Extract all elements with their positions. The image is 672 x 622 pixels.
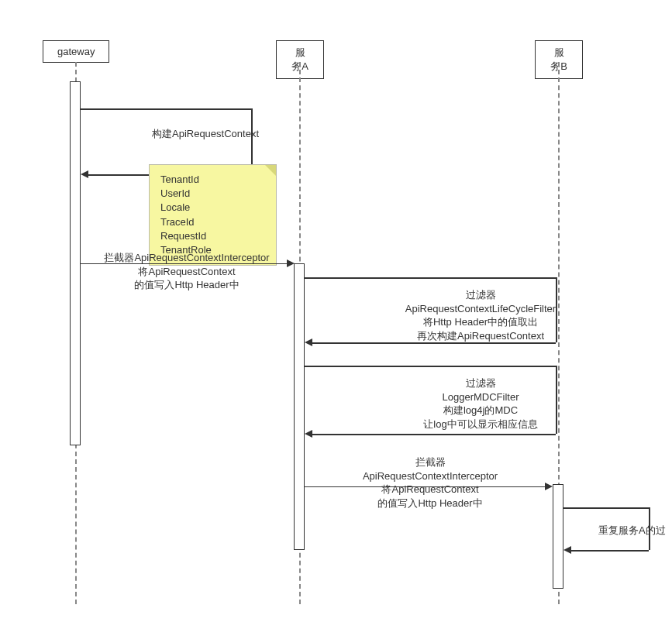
m6-seg-bottom (571, 550, 649, 552)
m2-label: 拦截器ApiRequestContextInterceptor 将ApiRequ… (90, 251, 284, 292)
note-line-4: TraceId (160, 215, 265, 229)
note-line-1: TenantId (160, 173, 265, 187)
m1-label: 构建ApiRequestContext (124, 127, 287, 141)
activation-gateway (70, 81, 81, 445)
m2-arrow (287, 259, 295, 267)
note-line-3: Locale (160, 201, 265, 215)
participant-gateway-label: gateway (57, 46, 95, 57)
m4-arrow (305, 430, 312, 438)
m4-label: 过滤器 LoggerMDCFilter 构建log4j的MDC 让log中可以显… (357, 376, 605, 431)
m3-label: 过滤器 ApiRequestContextLifeCycleFilter 将Ht… (357, 288, 605, 342)
sequence-diagram: gateway 服务A 服务B 构建ApiRequestContext Tena… (0, 0, 672, 622)
m4-seg-bottom (312, 434, 556, 435)
participant-gateway: gateway (43, 40, 109, 63)
m1-arrow (81, 170, 88, 178)
m5-line (305, 486, 545, 487)
m3-seg-bottom (312, 342, 556, 344)
activation-service-a (294, 263, 305, 550)
m6-arrow (563, 546, 571, 554)
m1-seg-top (81, 108, 251, 110)
m5-label: 拦截器 ApiRequestContextInterceptor 将ApiReq… (326, 455, 535, 510)
m2-line (81, 263, 287, 264)
activation-service-b (553, 484, 563, 589)
m6-seg-top (563, 507, 649, 509)
m6-label: 重复服务A的过 (598, 524, 672, 538)
m3-arrow (305, 338, 312, 346)
m5-arrow (545, 483, 553, 490)
note-corner-icon (265, 165, 276, 176)
note-line-5: RequestId (160, 229, 265, 243)
m3-seg-top (305, 277, 556, 279)
m4-seg-top (305, 366, 556, 367)
note-line-2: UserId (160, 187, 265, 201)
